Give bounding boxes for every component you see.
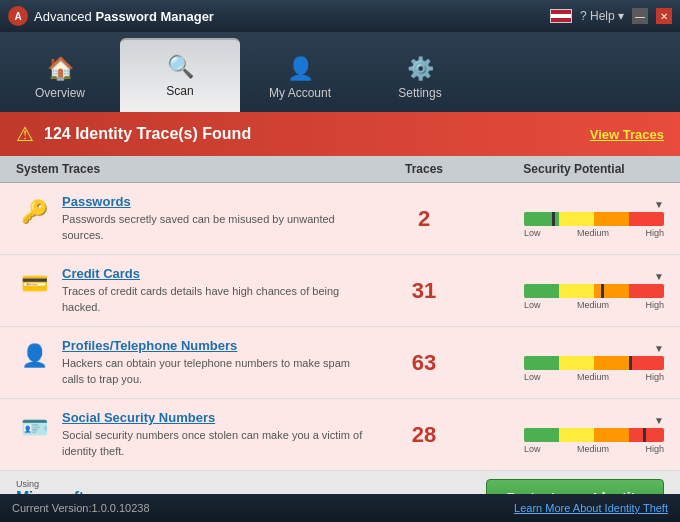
trace-left-credit-cards: 💳 Credit Cards Traces of credit cards de… [16, 266, 364, 315]
alert-icon: ⚠ [16, 122, 34, 146]
using-label: Using [16, 479, 84, 489]
trace-count-profiles: 63 [364, 350, 484, 376]
tab-settings-label: Settings [398, 86, 441, 100]
footer-area: Using Microsoft Technologies Protect you… [0, 471, 680, 494]
title-bar-controls: ? Help ▾ — ✕ [550, 8, 672, 24]
alert-text: 124 Identity Trace(s) Found [44, 125, 251, 143]
tab-scan[interactable]: 🔍 Scan [120, 38, 240, 112]
trace-title-ssn[interactable]: Social Security Numbers [62, 410, 364, 425]
microsoft-logo: Using Microsoft Technologies [16, 479, 84, 494]
trace-left-profiles: 👤 Profiles/Telephone Numbers Hackers can… [16, 338, 364, 387]
account-icon: 👤 [287, 56, 314, 82]
security-bar-passwords: ▼ Low Medium High [484, 199, 664, 238]
app-icon: A [8, 6, 28, 26]
tab-account-label: My Account [269, 86, 331, 100]
dropdown-arrow-ssn[interactable]: ▼ [654, 415, 664, 426]
tab-overview-label: Overview [35, 86, 85, 100]
bar-labels-ssn: Low Medium High [524, 444, 664, 454]
dropdown-arrow-profiles[interactable]: ▼ [654, 343, 664, 354]
security-bar-ssn: ▼ Low Medium High [484, 415, 664, 454]
trace-left-ssn: 🪪 Social Security Numbers Social securit… [16, 410, 364, 459]
trace-desc-profiles: Hackers can obtain your telephone number… [62, 356, 364, 387]
trace-row-passwords: 🔑 Passwords Passwords secretly saved can… [0, 183, 680, 255]
trace-icon-profiles: 👤 [16, 338, 52, 374]
dropdown-arrow-passwords[interactable]: ▼ [654, 199, 664, 210]
version-label: Current Version:1.0.0.10238 [12, 502, 150, 514]
trace-info-profiles: Profiles/Telephone Numbers Hackers can o… [62, 338, 364, 387]
trace-info-credit-cards: Credit Cards Traces of credit cards deta… [62, 266, 364, 315]
tab-overview[interactable]: 🏠 Overview [0, 42, 120, 112]
content-area: ⚠ 124 Identity Trace(s) Found View Trace… [0, 112, 680, 494]
learn-more-link[interactable]: Learn More About Identity Theft [514, 502, 668, 514]
title-bar-left: A Advanced Password Manager [8, 6, 214, 26]
status-bar: Current Version:1.0.0.10238 Learn More A… [0, 494, 680, 522]
bar-indicator-passwords [552, 212, 555, 226]
view-traces-link[interactable]: View Traces [590, 127, 664, 142]
trace-info-ssn: Social Security Numbers Social security … [62, 410, 364, 459]
trace-row-profiles: 👤 Profiles/Telephone Numbers Hackers can… [0, 327, 680, 399]
trace-row-ssn: 🪪 Social Security Numbers Social securit… [0, 399, 680, 471]
trace-table: 🔑 Passwords Passwords secretly saved can… [0, 183, 680, 471]
col-security: Security Potential [484, 162, 664, 176]
trace-title-passwords[interactable]: Passwords [62, 194, 364, 209]
table-header: System Traces Traces Security Potential [0, 156, 680, 183]
trace-desc-credit-cards: Traces of credit cards details have high… [62, 284, 364, 315]
trace-desc-passwords: Passwords secretly saved can be misused … [62, 212, 364, 243]
bar-ssn [524, 428, 664, 442]
minimize-button[interactable]: — [632, 8, 648, 24]
bar-indicator-ssn [643, 428, 646, 442]
bar-profiles [524, 356, 664, 370]
trace-count-ssn: 28 [364, 422, 484, 448]
tab-account[interactable]: 👤 My Account [240, 42, 360, 112]
trace-title-profiles[interactable]: Profiles/Telephone Numbers [62, 338, 364, 353]
bar-labels-profiles: Low Medium High [524, 372, 664, 382]
trace-count-passwords: 2 [364, 206, 484, 232]
col-traces: Traces [364, 162, 484, 176]
title-bar: A Advanced Password Manager ? Help ▾ — ✕ [0, 0, 680, 32]
bar-indicator-credit-cards [601, 284, 604, 298]
tab-scan-label: Scan [166, 84, 193, 98]
settings-icon: ⚙️ [407, 56, 434, 82]
nav-toolbar: 🏠 Overview 🔍 Scan 👤 My Account ⚙️ Settin… [0, 32, 680, 112]
app-title: Advanced Password Manager [34, 9, 214, 24]
trace-icon-ssn: 🪪 [16, 410, 52, 446]
help-button[interactable]: ? Help ▾ [580, 9, 624, 23]
language-flag[interactable] [550, 9, 572, 23]
bar-indicator-profiles [629, 356, 632, 370]
bar-labels-passwords: Low Medium High [524, 228, 664, 238]
trace-icon-passwords: 🔑 [16, 194, 52, 230]
trace-info-passwords: Passwords Passwords secretly saved can b… [62, 194, 364, 243]
bar-credit-cards [524, 284, 664, 298]
tab-settings[interactable]: ⚙️ Settings [360, 42, 480, 112]
close-button[interactable]: ✕ [656, 8, 672, 24]
trace-icon-credit-cards: 💳 [16, 266, 52, 302]
trace-row-credit-cards: 💳 Credit Cards Traces of credit cards de… [0, 255, 680, 327]
trace-count-credit-cards: 31 [364, 278, 484, 304]
security-bar-profiles: ▼ Low Medium High [484, 343, 664, 382]
protect-identity-button[interactable]: Protect your Identity [486, 479, 664, 494]
scan-icon: 🔍 [167, 54, 194, 80]
dropdown-arrow-credit-cards[interactable]: ▼ [654, 271, 664, 282]
bar-passwords [524, 212, 664, 226]
overview-icon: 🏠 [47, 56, 74, 82]
security-bar-credit-cards: ▼ Low Medium High [484, 271, 664, 310]
trace-desc-ssn: Social security numbers once stolen can … [62, 428, 364, 459]
alert-left: ⚠ 124 Identity Trace(s) Found [16, 122, 251, 146]
trace-left-passwords: 🔑 Passwords Passwords secretly saved can… [16, 194, 364, 243]
col-system-traces: System Traces [16, 162, 364, 176]
trace-title-credit-cards[interactable]: Credit Cards [62, 266, 364, 281]
alert-banner: ⚠ 124 Identity Trace(s) Found View Trace… [0, 112, 680, 156]
bar-labels-credit-cards: Low Medium High [524, 300, 664, 310]
